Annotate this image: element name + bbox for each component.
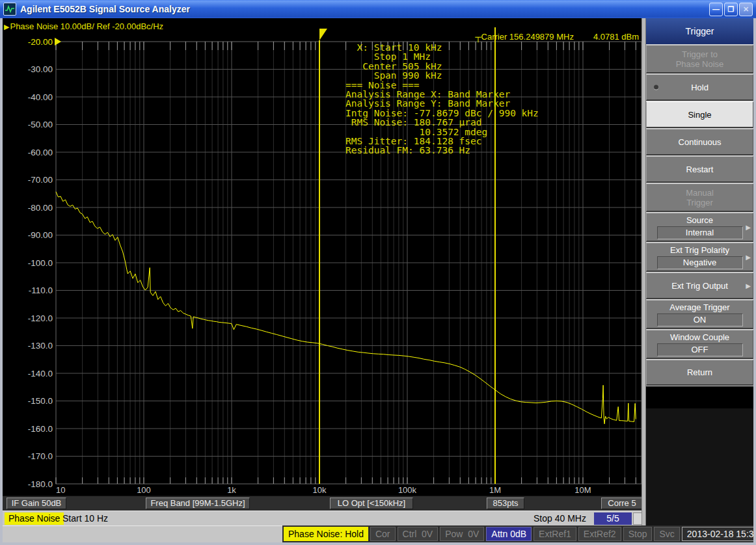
softkey-label: Average Trigger	[669, 302, 729, 312]
stop-frequency-label: Stop 40 MHz	[533, 512, 586, 525]
softkey-value: Internal	[657, 226, 743, 239]
svg-text:-50.00: -50.00	[28, 120, 53, 129]
measurement-state-badge: Phase Noise: Hold	[284, 527, 368, 541]
indicator-stop: Stop	[623, 527, 653, 541]
svg-text:10M: 10M	[574, 485, 591, 495]
window-titlebar: Agilent E5052B Signal Source Analyzer — …	[0, 0, 756, 18]
trace-scale-label: Phase Noise 10.00dB/ Ref -20.00dBc/Hz	[10, 21, 163, 31]
softkey-label: Trigger to	[682, 49, 718, 59]
svg-text:-140.0: -140.0	[28, 369, 53, 379]
window-border-bottom	[0, 542, 756, 545]
svg-text:-150.0: -150.0	[28, 396, 53, 406]
system-status-bar: Phase Noise: HoldCorCtrl 0VPow 0VAttn 0d…	[3, 525, 753, 542]
carrier-readout: ┬Carrier 156.249879 MHz 4.0781 dBm	[345, 32, 639, 42]
measurement-type-badge: Phase Noise	[5, 512, 64, 525]
svg-text:1M: 1M	[489, 485, 501, 495]
svg-text:-110.0: -110.0	[29, 286, 53, 295]
trace-pointer-icon: ▶	[4, 23, 9, 31]
status-field-lo-opt-150khz: LO Opt [<150kHz]	[330, 498, 413, 509]
svg-text:-120.0: -120.0	[28, 313, 53, 323]
softkey-menu: Trigger Trigger toPhase NoiseHoldSingleC…	[646, 18, 753, 386]
indicator-attn-0db: Attn 0dB	[486, 527, 532, 541]
indicator-svc: Svc	[654, 527, 679, 541]
softkey-value: OFF	[657, 343, 743, 356]
noise-analysis-readout: X: Start 10 kHz Stop 1 MHz Center 505 kH…	[345, 43, 539, 155]
svg-text:1k: 1k	[227, 485, 236, 495]
svg-text:-20.00: -20.00	[28, 37, 53, 47]
datetime-display: 2013-02-18 15:36	[682, 527, 756, 541]
svg-text:100: 100	[137, 485, 151, 495]
softkey-label: Restart	[686, 165, 714, 174]
ref-level-marker	[55, 38, 61, 46]
softkey-source[interactable]: SourceInternal▶	[646, 213, 753, 242]
softkey-label: Hold	[691, 83, 709, 92]
indicator-extref2: ExtRef2	[578, 527, 621, 541]
app-icon	[3, 3, 16, 16]
softkey-window-couple[interactable]: Window CoupleOFF	[646, 330, 753, 359]
softkey-label: Phase Noise	[676, 59, 724, 69]
window-page-badge: 5/5	[594, 512, 632, 525]
svg-text:-90.00: -90.00	[28, 230, 53, 240]
submenu-arrow-icon: ▶	[746, 281, 751, 291]
softkey-label: Continuous	[679, 137, 722, 147]
svg-text:-100.0: -100.0	[28, 258, 53, 268]
softkey-label: Trigger	[686, 198, 713, 207]
window-border-right	[753, 18, 756, 545]
softkey-trigger-to-phase-noise[interactable]: Trigger toPhase Noise	[646, 45, 753, 73]
menu-splitter	[641, 18, 646, 525]
close-button[interactable]: ✕	[739, 3, 753, 16]
softkey-value: Negative	[657, 256, 743, 269]
svg-text:10: 10	[56, 485, 65, 495]
phase-noise-plot[interactable]: -20.00-30.00-40.00-50.00-60.00-70.00-80.…	[3, 18, 641, 496]
minimize-button[interactable]: —	[709, 3, 723, 16]
indicator-pow-0v: Pow 0V	[440, 527, 484, 541]
carrier-power: 4.0781 dBm	[593, 32, 639, 42]
softkey-label: Window Couple	[670, 332, 729, 342]
softkey-label: Ext Trig Polarity	[670, 245, 729, 255]
svg-text:-160.0: -160.0	[28, 424, 53, 434]
svg-text:-130.0: -130.0	[28, 341, 53, 351]
softkey-hold[interactable]: Hold	[646, 74, 753, 101]
status-field-freq-band-99m-1-5ghz: Freq Band [99M-1.5GHz]	[146, 498, 250, 509]
indicator-cor: Cor	[370, 527, 396, 541]
window-title: Agilent E5052B Signal Source Analyzer	[20, 4, 709, 14]
softkey-label: Single	[688, 110, 711, 120]
active-dot-icon	[654, 85, 658, 90]
status-field-corre-5: Corre 5	[601, 498, 643, 509]
svg-text:-30.00: -30.00	[28, 64, 53, 74]
softkey-return[interactable]: Return	[646, 360, 753, 386]
svg-text:-80.00: -80.00	[28, 203, 53, 213]
window-border-left	[0, 18, 3, 545]
svg-text:-40.00: -40.00	[28, 92, 53, 102]
svg-text:-170.0: -170.0	[28, 451, 53, 461]
softkey-manual-trigger[interactable]: ManualTrigger	[646, 183, 753, 212]
band-marker-flag	[319, 29, 327, 40]
instrument-status-bar: IF Gain 50dBFreq Band [99M-1.5GHz]LO Opt…	[3, 496, 644, 511]
start-frequency-label: Start 10 Hz	[62, 512, 108, 525]
svg-text:-70.00: -70.00	[28, 175, 53, 185]
svg-text:-60.00: -60.00	[28, 148, 53, 157]
restore-button[interactable]: ❐	[724, 3, 738, 16]
menu-background	[646, 408, 753, 525]
carrier-frequency: Carrier 156.249879 MHz	[481, 32, 574, 42]
softkey-restart[interactable]: Restart	[646, 156, 753, 183]
measurement-range-bar: Phase Noise Start 10 Hz Stop 40 MHz 5/5	[3, 511, 643, 526]
carrier-marker-icon: ┬	[475, 32, 481, 42]
measurement-display: -20.00-30.00-40.00-50.00-60.00-70.00-80.…	[3, 18, 641, 525]
softkey-label: Source	[686, 215, 713, 225]
trace-header: ▶Phase Noise 10.00dB/ Ref -20.00dBc/Hz	[4, 21, 163, 31]
submenu-arrow-icon: ▶	[746, 252, 751, 262]
softkey-ext-trig-output[interactable]: Ext Trig Output▶	[646, 272, 753, 299]
softkey-label: Manual	[686, 188, 714, 198]
status-bar-empty-area	[3, 525, 282, 542]
softkey-label: Ext Trig Output	[671, 281, 728, 291]
softkey-ext-trig-polarity[interactable]: Ext Trig PolarityNegative▶	[646, 243, 753, 272]
status-field-853pts: 853pts	[487, 498, 524, 509]
softkey-single[interactable]: Single	[646, 101, 753, 128]
menu-title: Trigger	[646, 18, 753, 44]
indicator-extref1: ExtRef1	[533, 527, 576, 541]
softkey-continuous[interactable]: Continuous	[646, 129, 753, 155]
submenu-arrow-icon: ▶	[746, 222, 751, 232]
svg-text:-180.0: -180.0	[28, 479, 53, 489]
softkey-average-trigger[interactable]: Average TriggerON	[646, 300, 753, 329]
